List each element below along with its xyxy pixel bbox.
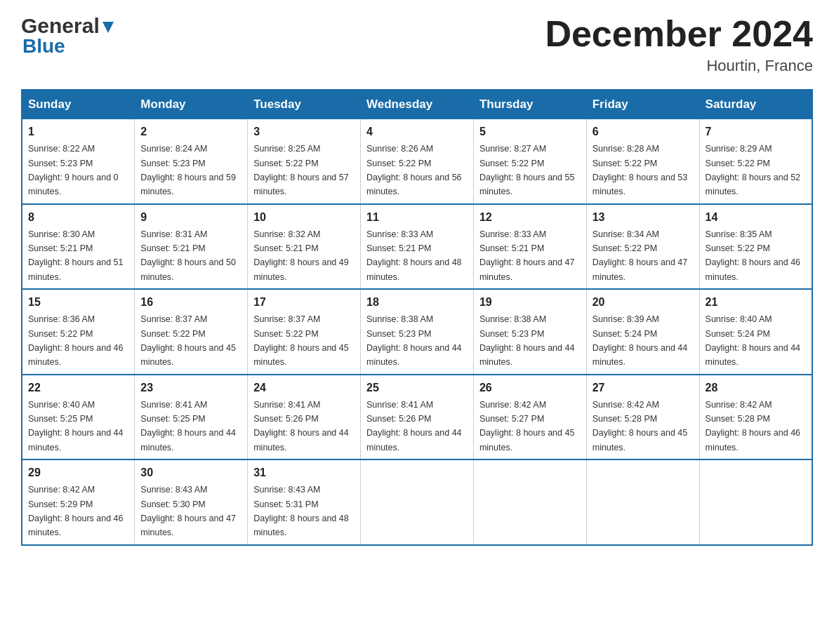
table-row: 11 Sunrise: 8:33 AMSunset: 5:21 PMDaylig… bbox=[361, 204, 474, 290]
day-number: 18 bbox=[366, 294, 468, 311]
day-info: Sunrise: 8:43 AMSunset: 5:31 PMDaylight:… bbox=[253, 485, 349, 537]
day-info: Sunrise: 8:34 AMSunset: 5:22 PMDaylight:… bbox=[593, 229, 688, 282]
day-info: Sunrise: 8:36 AMSunset: 5:22 PMDaylight:… bbox=[28, 314, 124, 367]
day-number: 29 bbox=[28, 464, 128, 481]
day-number: 21 bbox=[706, 294, 806, 311]
day-number: 2 bbox=[140, 123, 241, 140]
calendar-week-row: 1 Sunrise: 8:22 AMSunset: 5:23 PMDayligh… bbox=[22, 119, 812, 204]
day-info: Sunrise: 8:27 AMSunset: 5:22 PMDaylight:… bbox=[479, 144, 575, 196]
day-number: 11 bbox=[366, 209, 468, 226]
table-row: 8 Sunrise: 8:30 AMSunset: 5:21 PMDayligh… bbox=[22, 204, 135, 290]
day-info: Sunrise: 8:37 AMSunset: 5:22 PMDaylight:… bbox=[140, 314, 236, 367]
table-row: 1 Sunrise: 8:22 AMSunset: 5:23 PMDayligh… bbox=[22, 119, 135, 204]
day-number: 8 bbox=[28, 209, 128, 226]
day-number: 23 bbox=[140, 380, 241, 396]
day-number: 24 bbox=[253, 380, 355, 396]
svg-marker-0 bbox=[102, 22, 114, 33]
table-row: 12 Sunrise: 8:33 AMSunset: 5:21 PMDaylig… bbox=[473, 204, 586, 290]
table-row bbox=[699, 459, 812, 545]
table-row: 4 Sunrise: 8:26 AMSunset: 5:22 PMDayligh… bbox=[361, 119, 474, 204]
table-row: 24 Sunrise: 8:41 AMSunset: 5:26 PMDaylig… bbox=[248, 375, 361, 460]
day-info: Sunrise: 8:38 AMSunset: 5:23 PMDaylight:… bbox=[366, 314, 462, 367]
day-number: 20 bbox=[593, 294, 694, 311]
day-info: Sunrise: 8:39 AMSunset: 5:24 PMDaylight:… bbox=[593, 314, 688, 367]
table-row: 19 Sunrise: 8:38 AMSunset: 5:23 PMDaylig… bbox=[473, 289, 586, 375]
logo-general-text: General bbox=[21, 14, 100, 38]
day-info: Sunrise: 8:31 AMSunset: 5:21 PMDaylight:… bbox=[140, 229, 236, 282]
day-info: Sunrise: 8:42 AMSunset: 5:27 PMDaylight:… bbox=[479, 400, 575, 452]
day-info: Sunrise: 8:40 AMSunset: 5:25 PMDaylight:… bbox=[28, 400, 124, 452]
day-number: 6 bbox=[593, 123, 694, 140]
day-info: Sunrise: 8:30 AMSunset: 5:21 PMDaylight:… bbox=[28, 229, 124, 282]
day-info: Sunrise: 8:25 AMSunset: 5:22 PMDaylight:… bbox=[253, 144, 349, 196]
day-info: Sunrise: 8:28 AMSunset: 5:22 PMDaylight:… bbox=[593, 144, 688, 196]
day-info: Sunrise: 8:43 AMSunset: 5:30 PMDaylight:… bbox=[140, 485, 236, 537]
day-number: 15 bbox=[28, 294, 128, 311]
day-number: 26 bbox=[479, 380, 581, 396]
day-number: 25 bbox=[366, 380, 468, 396]
day-number: 31 bbox=[253, 464, 355, 481]
table-row: 3 Sunrise: 8:25 AMSunset: 5:22 PMDayligh… bbox=[248, 119, 361, 204]
table-row bbox=[361, 459, 474, 545]
location-text: Hourtin, France bbox=[545, 57, 813, 75]
day-number: 14 bbox=[706, 209, 806, 226]
day-number: 10 bbox=[253, 209, 355, 226]
day-info: Sunrise: 8:37 AMSunset: 5:22 PMDaylight:… bbox=[253, 314, 349, 367]
calendar-week-row: 29 Sunrise: 8:42 AMSunset: 5:29 PMDaylig… bbox=[22, 459, 812, 545]
calendar-week-row: 22 Sunrise: 8:40 AMSunset: 5:25 PMDaylig… bbox=[22, 375, 812, 460]
day-info: Sunrise: 8:26 AMSunset: 5:22 PMDaylight:… bbox=[366, 144, 462, 196]
table-row: 5 Sunrise: 8:27 AMSunset: 5:22 PMDayligh… bbox=[473, 119, 586, 204]
calendar-header-row: Sunday Monday Tuesday Wednesday Thursday… bbox=[22, 90, 812, 119]
day-info: Sunrise: 8:29 AMSunset: 5:22 PMDaylight:… bbox=[706, 144, 801, 196]
table-row: 7 Sunrise: 8:29 AMSunset: 5:22 PMDayligh… bbox=[699, 119, 812, 204]
table-row: 2 Sunrise: 8:24 AMSunset: 5:23 PMDayligh… bbox=[135, 119, 248, 204]
table-row: 31 Sunrise: 8:43 AMSunset: 5:31 PMDaylig… bbox=[248, 459, 361, 545]
page-header: General Blue December 2024 Hourtin, Fran… bbox=[21, 14, 813, 75]
table-row: 10 Sunrise: 8:32 AMSunset: 5:21 PMDaylig… bbox=[248, 204, 361, 290]
table-row bbox=[586, 459, 699, 545]
calendar-table: Sunday Monday Tuesday Wednesday Thursday… bbox=[21, 89, 813, 546]
day-info: Sunrise: 8:24 AMSunset: 5:23 PMDaylight:… bbox=[140, 144, 236, 196]
title-block: December 2024 Hourtin, France bbox=[545, 14, 813, 75]
col-wednesday: Wednesday bbox=[361, 90, 474, 119]
day-info: Sunrise: 8:38 AMSunset: 5:23 PMDaylight:… bbox=[479, 314, 575, 367]
col-tuesday: Tuesday bbox=[248, 90, 361, 119]
logo-triangle-icon bbox=[100, 19, 116, 34]
day-info: Sunrise: 8:35 AMSunset: 5:22 PMDaylight:… bbox=[706, 229, 801, 282]
table-row: 15 Sunrise: 8:36 AMSunset: 5:22 PMDaylig… bbox=[22, 289, 135, 375]
col-sunday: Sunday bbox=[22, 90, 135, 119]
table-row: 16 Sunrise: 8:37 AMSunset: 5:22 PMDaylig… bbox=[135, 289, 248, 375]
day-number: 17 bbox=[253, 294, 355, 311]
col-saturday: Saturday bbox=[699, 90, 812, 119]
day-number: 13 bbox=[593, 209, 694, 226]
col-monday: Monday bbox=[135, 90, 248, 119]
day-info: Sunrise: 8:41 AMSunset: 5:25 PMDaylight:… bbox=[140, 400, 236, 452]
table-row: 6 Sunrise: 8:28 AMSunset: 5:22 PMDayligh… bbox=[586, 119, 699, 204]
day-info: Sunrise: 8:33 AMSunset: 5:21 PMDaylight:… bbox=[366, 229, 462, 282]
day-info: Sunrise: 8:42 AMSunset: 5:29 PMDaylight:… bbox=[28, 485, 124, 537]
day-info: Sunrise: 8:22 AMSunset: 5:23 PMDaylight:… bbox=[28, 144, 119, 196]
table-row: 21 Sunrise: 8:40 AMSunset: 5:24 PMDaylig… bbox=[699, 289, 812, 375]
day-number: 7 bbox=[706, 123, 806, 140]
day-number: 16 bbox=[140, 294, 241, 311]
day-number: 3 bbox=[253, 123, 355, 140]
day-number: 30 bbox=[140, 464, 241, 481]
day-number: 4 bbox=[366, 123, 468, 140]
table-row: 25 Sunrise: 8:41 AMSunset: 5:26 PMDaylig… bbox=[361, 375, 474, 460]
day-number: 27 bbox=[593, 380, 694, 396]
table-row: 26 Sunrise: 8:42 AMSunset: 5:27 PMDaylig… bbox=[473, 375, 586, 460]
table-row: 23 Sunrise: 8:41 AMSunset: 5:25 PMDaylig… bbox=[135, 375, 248, 460]
table-row: 17 Sunrise: 8:37 AMSunset: 5:22 PMDaylig… bbox=[248, 289, 361, 375]
table-row: 14 Sunrise: 8:35 AMSunset: 5:22 PMDaylig… bbox=[699, 204, 812, 290]
month-title: December 2024 bbox=[545, 14, 813, 54]
day-info: Sunrise: 8:33 AMSunset: 5:21 PMDaylight:… bbox=[479, 229, 575, 282]
table-row: 30 Sunrise: 8:43 AMSunset: 5:30 PMDaylig… bbox=[135, 459, 248, 545]
day-info: Sunrise: 8:42 AMSunset: 5:28 PMDaylight:… bbox=[706, 400, 801, 452]
day-info: Sunrise: 8:40 AMSunset: 5:24 PMDaylight:… bbox=[706, 314, 801, 367]
table-row: 22 Sunrise: 8:40 AMSunset: 5:25 PMDaylig… bbox=[22, 375, 135, 460]
table-row: 27 Sunrise: 8:42 AMSunset: 5:28 PMDaylig… bbox=[586, 375, 699, 460]
day-number: 1 bbox=[28, 123, 128, 140]
day-info: Sunrise: 8:32 AMSunset: 5:21 PMDaylight:… bbox=[253, 229, 349, 282]
day-number: 9 bbox=[140, 209, 241, 226]
day-info: Sunrise: 8:42 AMSunset: 5:28 PMDaylight:… bbox=[593, 400, 688, 452]
